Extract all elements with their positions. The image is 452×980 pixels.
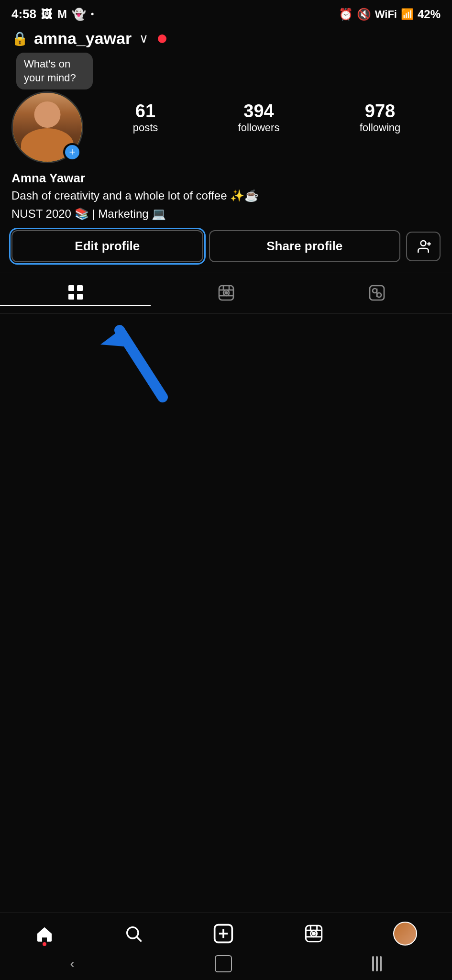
- posts-count: 61: [135, 101, 155, 122]
- gesture-line-3: [380, 956, 382, 971]
- tagged-icon: [368, 284, 386, 301]
- status-right: ⏰ 🔇 WiFi 📶 42%: [339, 8, 441, 21]
- svg-point-27: [312, 933, 315, 935]
- share-profile-button[interactable]: Share profile: [209, 230, 401, 262]
- add-post-icon: [213, 923, 234, 944]
- add-person-icon: [416, 239, 431, 254]
- nav-search[interactable]: [124, 924, 143, 943]
- search-icon: [124, 924, 143, 943]
- svg-line-21: [137, 937, 142, 942]
- svg-rect-7: [68, 294, 74, 300]
- home-gesture[interactable]: [215, 955, 232, 972]
- following-label: following: [360, 122, 401, 134]
- reels-nav-icon: [304, 924, 323, 943]
- tab-reels[interactable]: [151, 280, 301, 306]
- svg-point-0: [421, 241, 426, 246]
- svg-point-11: [225, 292, 227, 294]
- nav-home[interactable]: [35, 924, 54, 943]
- nav-add-post[interactable]: [213, 923, 234, 944]
- nav-avatar: [393, 922, 417, 946]
- alarm-icon: ⏰: [339, 8, 353, 21]
- profile-info-row: + 61 posts 394 followers 978 following: [11, 91, 441, 163]
- home-active-dot: [43, 942, 46, 946]
- avatar-container[interactable]: +: [11, 91, 83, 163]
- tab-bar: [0, 272, 452, 314]
- profile-bio-line2: NUST 2020 📚 | Marketing 💻: [11, 206, 441, 222]
- add-person-button[interactable]: [406, 232, 441, 261]
- svg-rect-5: [68, 285, 74, 291]
- gesture-line-2: [376, 956, 378, 971]
- story-tooltip[interactable]: What's on your mind?: [16, 53, 93, 89]
- add-story-button[interactable]: +: [63, 143, 81, 161]
- posts-stat[interactable]: 61 posts: [133, 101, 158, 134]
- profile-name: Amna Yawar: [11, 171, 441, 186]
- edit-profile-button[interactable]: Edit profile: [11, 230, 203, 262]
- notification-dot: •: [91, 9, 94, 19]
- nav-profile[interactable]: [393, 922, 417, 946]
- status-left: 4:58 🖼 M 👻 •: [11, 7, 94, 22]
- gallery-icon: 🖼: [41, 8, 53, 21]
- mute-icon: 🔇: [357, 8, 371, 21]
- svg-rect-8: [77, 294, 83, 300]
- username-text[interactable]: amna_yawar: [34, 29, 132, 48]
- reels-icon: [218, 284, 235, 301]
- snapchat-icon: 👻: [72, 8, 86, 21]
- gmail-icon: M: [57, 8, 67, 21]
- bottom-nav: ‹: [0, 913, 452, 980]
- tab-tagged[interactable]: [301, 280, 452, 306]
- back-gesture[interactable]: ‹: [70, 956, 75, 971]
- profile-header: 🔒 amna_yawar ∨: [0, 25, 452, 53]
- status-bar: 4:58 🖼 M 👻 • ⏰ 🔇 WiFi 📶 42%: [0, 0, 452, 25]
- status-time: 4:58: [11, 7, 36, 22]
- svg-point-20: [127, 927, 138, 938]
- following-count: 978: [365, 101, 395, 122]
- nav-reels[interactable]: [304, 924, 323, 943]
- bottom-nav-icons: [0, 913, 452, 950]
- gesture-bar: ‹: [0, 950, 452, 980]
- story-tooltip-text: What's on your mind?: [24, 58, 76, 84]
- gesture-line-1: [372, 956, 374, 971]
- grid-icon: [67, 284, 84, 301]
- posts-label: posts: [133, 122, 158, 134]
- chevron-down-icon[interactable]: ∨: [139, 31, 148, 46]
- stats-container: 61 posts 394 followers 978 following: [93, 91, 441, 134]
- svg-rect-6: [77, 285, 83, 291]
- profile-section: What's on your mind? + 61 posts 394 foll…: [0, 53, 452, 262]
- tab-grid[interactable]: [0, 280, 151, 306]
- following-stat[interactable]: 978 following: [360, 101, 401, 134]
- action-buttons: Edit profile Share profile: [11, 230, 441, 262]
- followers-stat[interactable]: 394 followers: [238, 101, 280, 134]
- add-story-plus-icon: +: [65, 145, 79, 159]
- signal-icon: 📶: [401, 8, 414, 21]
- recents-gesture[interactable]: [372, 956, 382, 971]
- profile-bio-line1: Dash of creativity and a whole lot of co…: [11, 188, 441, 204]
- home-icon: [35, 924, 54, 943]
- followers-label: followers: [238, 122, 280, 134]
- content-area: [0, 314, 452, 745]
- followers-count: 394: [243, 101, 274, 122]
- online-status-dot: [158, 34, 166, 43]
- lock-icon: 🔒: [11, 31, 28, 46]
- battery-text: 42%: [418, 8, 441, 21]
- wifi-icon: WiFi: [375, 8, 397, 21]
